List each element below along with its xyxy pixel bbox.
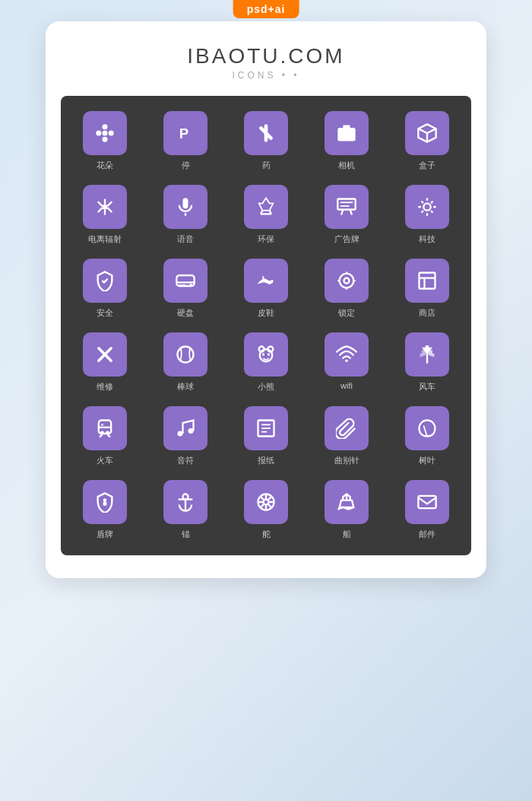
icon-box-security[interactable]: [83, 259, 127, 303]
icon-label-mail: 邮件: [419, 529, 435, 540]
icon-label-train: 火车: [97, 455, 113, 466]
icon-label-paperclip: 曲别针: [334, 455, 359, 466]
svg-point-45: [345, 359, 348, 362]
icon-item-security[interactable]: 安全: [83, 259, 127, 319]
icon-item-billboard[interactable]: 广告牌: [325, 185, 369, 245]
icon-item-paperclip[interactable]: 曲别针: [325, 406, 369, 466]
icon-label-repair: 维修: [97, 381, 113, 393]
icon-item-tech[interactable]: 科技: [405, 185, 449, 245]
icon-item-bear[interactable]: 小熊: [244, 332, 288, 393]
svg-point-44: [268, 353, 271, 356]
icon-item-parking[interactable]: P停: [163, 111, 207, 171]
svg-line-13: [427, 129, 436, 133]
icon-box-leaf[interactable]: [405, 406, 449, 450]
icon-box-newspaper[interactable]: [244, 406, 288, 450]
icon-item-repair[interactable]: 维修: [83, 332, 127, 393]
svg-rect-62: [103, 502, 107, 506]
icon-label-anchor: 锚: [182, 529, 190, 540]
icon-box-windmill[interactable]: [405, 332, 449, 377]
icon-box-medicine[interactable]: [244, 111, 288, 155]
svg-line-51: [100, 434, 103, 437]
icon-item-harddisk[interactable]: 硬盘: [163, 259, 207, 319]
icon-item-radiation[interactable]: 电离辐射: [83, 185, 127, 245]
icon-box-wifi[interactable]: [325, 332, 369, 377]
svg-point-43: [262, 353, 265, 356]
icon-box-mail[interactable]: [405, 480, 449, 524]
icon-item-train[interactable]: 火车: [83, 406, 127, 466]
icon-label-helm: 舵: [262, 529, 271, 540]
svg-line-12: [418, 129, 427, 133]
icon-label-parking: 停: [182, 160, 190, 171]
svg-point-50: [106, 431, 109, 435]
icon-box-harddisk[interactable]: [163, 259, 207, 303]
icon-label-shield: 盾牌: [97, 529, 113, 540]
icon-label-music: 音符: [177, 455, 194, 466]
icon-box-anchor[interactable]: [163, 480, 207, 524]
icon-label-tech: 科技: [419, 234, 435, 245]
icon-box-bear[interactable]: [244, 332, 288, 377]
icon-item-ship[interactable]: 船: [325, 480, 369, 540]
icon-box-baseball[interactable]: [163, 332, 207, 377]
icon-item-leaf[interactable]: 树叶: [405, 406, 449, 466]
icon-item-wifi[interactable]: wifi: [325, 332, 369, 393]
icon-label-billboard: 广告牌: [334, 234, 359, 245]
svg-point-61: [103, 498, 107, 502]
svg-point-4: [109, 131, 114, 136]
icon-box-tech[interactable]: [405, 185, 449, 229]
icon-box-music[interactable]: [163, 406, 207, 450]
icon-item-music[interactable]: 音符: [163, 406, 207, 466]
icon-item-baseball[interactable]: 棒球: [163, 332, 207, 393]
icon-box-camera[interactable]: [325, 111, 369, 155]
icon-item-helm[interactable]: 舵: [244, 480, 288, 540]
icon-label-bear: 小熊: [258, 381, 274, 393]
svg-line-75: [261, 504, 264, 508]
svg-point-23: [423, 203, 430, 210]
icon-box-eco[interactable]: [244, 185, 288, 229]
svg-point-39: [178, 347, 194, 363]
icon-item-flower[interactable]: 花朵: [83, 111, 127, 171]
icon-box-box[interactable]: [405, 111, 449, 155]
icon-box-shoes[interactable]: [244, 259, 288, 303]
icon-box-radiation[interactable]: [83, 185, 127, 229]
svg-point-29: [344, 278, 350, 284]
site-title: IBAOTU.COM: [187, 44, 344, 68]
icon-item-shop[interactable]: 商店: [405, 259, 449, 319]
icon-box-shield[interactable]: [83, 480, 127, 524]
icon-box-lock[interactable]: [325, 259, 369, 303]
icon-item-shield[interactable]: 盾牌: [83, 480, 127, 540]
icon-box-train[interactable]: [83, 406, 127, 450]
icon-label-windmill: 风车: [419, 381, 435, 393]
icon-label-shop: 商店: [419, 307, 435, 319]
icon-box-helm[interactable]: [244, 480, 288, 524]
icon-label-leaf: 树叶: [419, 455, 435, 466]
icon-box-flower[interactable]: [83, 111, 127, 155]
icon-item-box[interactable]: 盒子: [405, 111, 449, 171]
icon-item-camera[interactable]: 相机: [325, 111, 369, 171]
icon-label-box: 盒子: [419, 160, 435, 171]
svg-point-14: [103, 205, 108, 210]
icon-box-repair[interactable]: [83, 332, 127, 377]
icon-item-voice[interactable]: 语音: [163, 185, 207, 245]
svg-point-42: [268, 347, 273, 352]
icon-box-shop[interactable]: [405, 259, 449, 303]
icon-box-ship[interactable]: [325, 480, 369, 524]
icon-item-lock[interactable]: 锁定: [325, 259, 369, 319]
icon-item-shoes[interactable]: 皮鞋: [244, 259, 288, 319]
svg-rect-34: [420, 273, 435, 289]
icon-box-parking[interactable]: P: [163, 111, 207, 155]
icon-box-billboard[interactable]: [325, 185, 369, 229]
svg-line-52: [108, 434, 111, 437]
icon-label-newspaper: 报纸: [258, 455, 274, 466]
svg-point-1: [103, 124, 108, 129]
icon-item-eco[interactable]: 环保: [244, 185, 288, 245]
icon-item-anchor[interactable]: 锚: [163, 480, 207, 540]
icon-item-newspaper[interactable]: 报纸: [244, 406, 288, 466]
icon-box-paperclip[interactable]: [325, 406, 369, 450]
icon-box-voice[interactable]: [163, 185, 207, 229]
icon-item-medicine[interactable]: 药: [244, 111, 288, 171]
icon-item-windmill[interactable]: 风车: [405, 332, 449, 393]
icon-item-mail[interactable]: 邮件: [405, 480, 449, 540]
icon-grid: 花朵P停药相机盒子电离辐射语音环保广告牌科技安全硬盘皮鞋锁定商店维修棒球小熊wi…: [68, 111, 464, 540]
icon-label-harddisk: 硬盘: [177, 307, 194, 319]
svg-rect-77: [418, 496, 435, 508]
